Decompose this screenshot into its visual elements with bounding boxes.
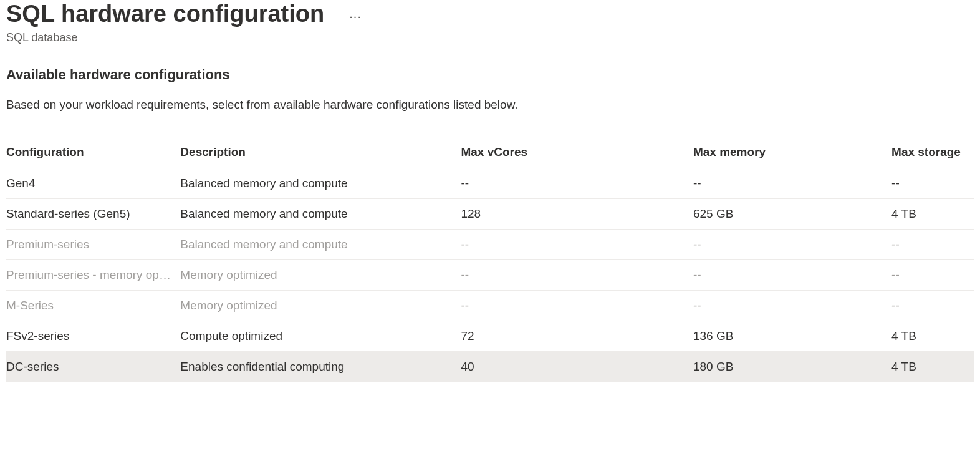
table-row[interactable]: DC-seriesEnables confidential computing4…	[6, 351, 974, 382]
cell-description: Compute optimized	[180, 321, 461, 351]
cell-max-vcores: --	[461, 290, 693, 321]
section-description: Based on your workload requirements, sel…	[6, 98, 974, 112]
col-header-max-storage[interactable]: Max storage	[891, 137, 974, 168]
cell-max-memory: --	[693, 168, 891, 198]
cell-description: Memory optimized	[180, 290, 461, 321]
cell-max-memory: --	[693, 229, 891, 259]
cell-max-vcores: --	[461, 259, 693, 290]
cell-max-memory: --	[693, 290, 891, 321]
cell-max-vcores: 40	[461, 351, 693, 382]
cell-configuration: Premium-series - memory optimized	[6, 259, 180, 290]
cell-configuration: DC-series	[6, 351, 180, 382]
cell-configuration: Gen4	[6, 168, 180, 198]
cell-max-vcores: --	[461, 229, 693, 259]
cell-max-storage: --	[891, 229, 974, 259]
cell-description: Balanced memory and compute	[180, 168, 461, 198]
col-header-max-vcores[interactable]: Max vCores	[461, 137, 693, 168]
cell-max-memory: 625 GB	[693, 198, 891, 229]
cell-max-storage: 4 TB	[891, 321, 974, 351]
cell-configuration: M-Series	[6, 290, 180, 321]
cell-max-vcores: 128	[461, 198, 693, 229]
cell-configuration: Standard-series (Gen5)	[6, 198, 180, 229]
cell-max-vcores: --	[461, 168, 693, 198]
table-row[interactable]: Gen4Balanced memory and compute------	[6, 168, 974, 198]
cell-max-storage: --	[891, 259, 974, 290]
table-row[interactable]: Standard-series (Gen5)Balanced memory an…	[6, 198, 974, 229]
cell-description: Enables confidential computing	[180, 351, 461, 382]
more-icon[interactable]: ···	[349, 4, 362, 24]
cell-configuration: FSv2-series	[6, 321, 180, 351]
cell-max-memory: --	[693, 259, 891, 290]
cell-max-memory: 136 GB	[693, 321, 891, 351]
cell-configuration: Premium-series	[6, 229, 180, 259]
table-row: M-SeriesMemory optimized------	[6, 290, 974, 321]
cell-max-vcores: 72	[461, 321, 693, 351]
cell-description: Balanced memory and compute	[180, 229, 461, 259]
cell-max-storage: 4 TB	[891, 351, 974, 382]
cell-description: Memory optimized	[180, 259, 461, 290]
cell-description: Balanced memory and compute	[180, 198, 461, 229]
hardware-config-table: Configuration Description Max vCores Max…	[6, 137, 974, 382]
cell-max-memory: 180 GB	[693, 351, 891, 382]
table-row: Premium-series - memory optimizedMemory …	[6, 259, 974, 290]
cell-max-storage: 4 TB	[891, 198, 974, 229]
col-header-description[interactable]: Description	[180, 137, 461, 168]
cell-max-storage: --	[891, 168, 974, 198]
cell-max-storage: --	[891, 290, 974, 321]
page-title: SQL hardware configuration	[6, 0, 324, 29]
section-heading: Available hardware configurations	[6, 67, 974, 83]
table-row[interactable]: FSv2-seriesCompute optimized72136 GB4 TB	[6, 321, 974, 351]
table-row: Premium-seriesBalanced memory and comput…	[6, 229, 974, 259]
col-header-configuration[interactable]: Configuration	[6, 137, 180, 168]
page-subtitle: SQL database	[6, 31, 974, 44]
col-header-max-memory[interactable]: Max memory	[693, 137, 891, 168]
